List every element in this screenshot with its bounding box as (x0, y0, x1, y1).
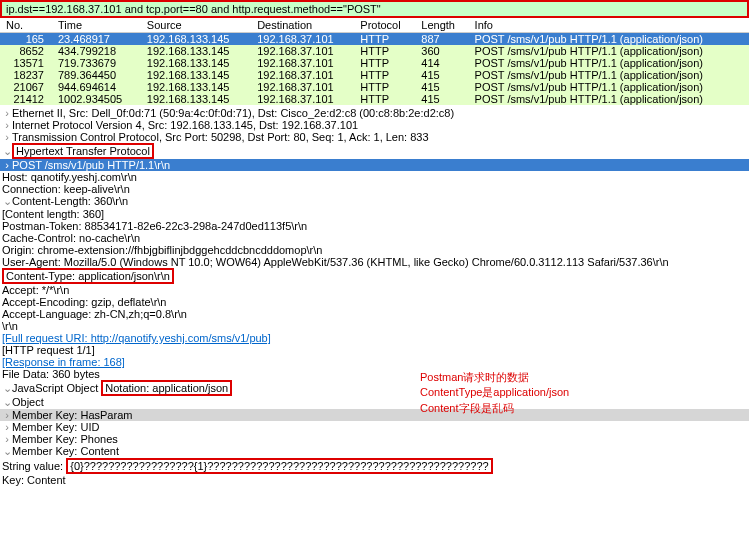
packet-details[interactable]: ›Ethernet II, Src: Dell_0f:0d:71 (50:9a:… (0, 105, 749, 488)
http-content-length-val[interactable]: [Content length: 360] (0, 208, 749, 220)
http-header-accept-language[interactable]: Accept-Language: zh-CN,zh;q=0.8\r\n (0, 308, 749, 320)
http-header-user-agent[interactable]: User-Agent: Mozilla/5.0 (Windows NT 10.0… (0, 256, 749, 268)
tree-ethernet[interactable]: Ethernet II, Src: Dell_0f:0d:71 (50:9a:4… (12, 107, 454, 119)
packet-row[interactable]: 214121002.934505192.168.133.145192.168.3… (0, 93, 749, 105)
tree-ip[interactable]: Internet Protocol Version 4, Src: 192.16… (12, 119, 358, 131)
caret-down-icon[interactable]: ⌄ (2, 445, 12, 458)
caret-right-icon[interactable]: › (2, 433, 12, 445)
http-request-count[interactable]: [HTTP request 1/1] (0, 344, 749, 356)
json-object[interactable]: Object (12, 396, 44, 408)
json-key-hasparam[interactable]: Member Key: HasParam (12, 409, 132, 421)
json-string-value[interactable]: {0}??????????????????{1}????????????????… (66, 458, 492, 474)
packet-row[interactable]: 13571719.733679192.168.133.145192.168.37… (0, 57, 749, 69)
col-info[interactable]: Info (469, 18, 749, 33)
http-header-accept[interactable]: Accept: */*\r\n (0, 284, 749, 296)
http-header-connection[interactable]: Connection: keep-alive\r\n (0, 183, 749, 195)
caret-right-icon[interactable]: › (2, 119, 12, 131)
json-key-phones[interactable]: Member Key: Phones (12, 433, 118, 445)
json-key-content-sub[interactable]: Key: Content (0, 474, 749, 486)
caret-down-icon[interactable]: ⌄ (2, 195, 12, 208)
col-time[interactable]: Time (52, 18, 141, 33)
display-filter-input[interactable]: ip.dst==192.168.37.101 and tcp.port==80 … (0, 0, 749, 18)
tree-json-prefix: JavaScript Object (12, 382, 101, 394)
col-no[interactable]: No. (0, 18, 52, 33)
http-header-accept-encoding[interactable]: Accept-Encoding: gzip, deflate\r\n (0, 296, 749, 308)
http-file-data[interactable]: File Data: 360 bytes (0, 368, 749, 380)
col-length[interactable]: Length (415, 18, 468, 33)
col-destination[interactable]: Destination (251, 18, 354, 33)
packet-row[interactable]: 18237789.364450192.168.133.145192.168.37… (0, 69, 749, 81)
json-key-content[interactable]: Member Key: Content (12, 445, 119, 457)
tree-http[interactable]: Hypertext Transfer Protocol (12, 143, 154, 159)
http-header-content-length[interactable]: Content-Length: 360\r\n (12, 195, 128, 207)
http-crlf[interactable]: \r\n (0, 320, 749, 332)
packet-row[interactable]: 21067944.694614192.168.133.145192.168.37… (0, 81, 749, 93)
caret-right-icon[interactable]: › (2, 159, 12, 171)
http-header-postman-token[interactable]: Postman-Token: 88534171-82e6-22c3-298a-2… (0, 220, 749, 232)
packet-list[interactable]: No. Time Source Destination Protocol Len… (0, 18, 749, 105)
http-full-uri-link[interactable]: [Full request URI: http://qanotify.yeshj… (2, 332, 271, 344)
packet-row[interactable]: 16523.468917192.168.133.145192.168.37.10… (0, 33, 749, 46)
http-header-host[interactable]: Host: qanotify.yeshj.com\r\n (0, 171, 749, 183)
http-header-cache-control[interactable]: Cache-Control: no-cache\r\n (0, 232, 749, 244)
caret-down-icon[interactable]: ⌄ (2, 396, 12, 409)
tree-json[interactable]: Notation: application/json (101, 380, 232, 396)
col-protocol[interactable]: Protocol (354, 18, 415, 33)
col-source[interactable]: Source (141, 18, 251, 33)
caret-right-icon[interactable]: › (2, 421, 12, 433)
caret-right-icon[interactable]: › (2, 107, 12, 119)
caret-right-icon[interactable]: › (2, 409, 12, 421)
caret-down-icon[interactable]: ⌄ (2, 145, 12, 158)
http-response-frame-link[interactable]: [Response in frame: 168] (2, 356, 125, 368)
tree-tcp[interactable]: Transmission Control Protocol, Src Port:… (12, 131, 429, 143)
caret-down-icon[interactable]: ⌄ (2, 382, 12, 395)
json-key-uid[interactable]: Member Key: UID (12, 421, 99, 433)
annotation-text: Postman请求时的数据 ContentType是application/js… (420, 370, 569, 416)
http-header-content-type[interactable]: Content-Type: application/json\r\n (2, 268, 174, 284)
packet-row[interactable]: 8652434.799218192.168.133.145192.168.37.… (0, 45, 749, 57)
caret-right-icon[interactable]: › (2, 131, 12, 143)
json-string-label: String value: (2, 460, 66, 472)
http-request-line[interactable]: POST /sms/v1/pub HTTP/1.1\r\n (12, 159, 170, 171)
http-header-origin[interactable]: Origin: chrome-extension://fhbjgbiflinjb… (0, 244, 749, 256)
